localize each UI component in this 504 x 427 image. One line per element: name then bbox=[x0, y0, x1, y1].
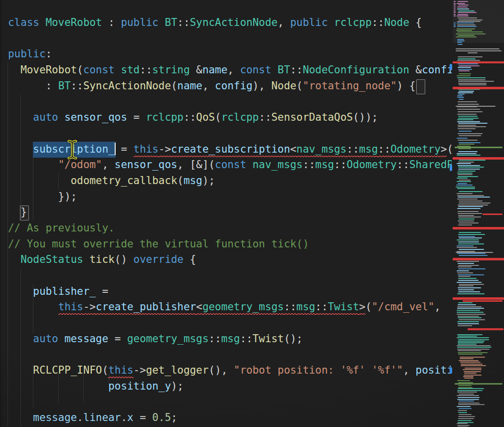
minimap-line bbox=[459, 249, 484, 250]
minimap-line bbox=[456, 30, 472, 31]
minimap-highlight-bar bbox=[456, 50, 502, 51]
code-line[interactable]: : BT::SyncActionNode(name, config), Node… bbox=[8, 78, 452, 94]
minimap-selection-marker bbox=[450, 64, 452, 70]
code-token bbox=[8, 380, 108, 392]
minimap-line bbox=[454, 8, 456, 9]
code-line[interactable]: }); bbox=[8, 189, 452, 205]
code-line[interactable]: position_y); bbox=[8, 379, 452, 395]
code-line[interactable]: // As previously. bbox=[8, 220, 452, 236]
code-line[interactable]: RCLCPP_INFO(this->get_logger(), "robot p… bbox=[8, 363, 452, 379]
minimap-line bbox=[454, 1, 456, 2]
minimap-line bbox=[457, 15, 469, 16]
code-line[interactable] bbox=[8, 31, 452, 47]
minimap-line bbox=[457, 119, 474, 120]
minimap-line bbox=[457, 282, 482, 283]
minimap-line bbox=[458, 128, 476, 129]
minimap-line bbox=[458, 123, 488, 124]
minimap-line bbox=[458, 323, 479, 324]
code-token: :: bbox=[284, 301, 296, 313]
code-line[interactable]: this->create_publisher<geometry_msgs::ms… bbox=[8, 299, 452, 315]
code-line[interactable]: // You must override the virtual functio… bbox=[8, 236, 452, 252]
minimap-highlight-bar bbox=[456, 48, 500, 49]
minimap-line bbox=[458, 148, 471, 149]
code-token: public bbox=[8, 48, 45, 60]
minimap-line bbox=[459, 218, 475, 219]
code-line[interactable]: MoveRobot(const std::string &name, const… bbox=[8, 62, 452, 78]
code-line[interactable]: auto message = geometry_msgs::msg::Twist… bbox=[8, 331, 452, 347]
code-token: . bbox=[77, 412, 83, 424]
code-token: BT bbox=[58, 80, 71, 92]
minimap-line bbox=[458, 205, 488, 206]
minimap-line bbox=[457, 153, 477, 154]
code-line[interactable] bbox=[8, 347, 452, 363]
minimap-line bbox=[457, 28, 475, 29]
code-token: public bbox=[121, 16, 158, 28]
code-token: :: bbox=[259, 111, 271, 123]
minimap-line bbox=[458, 241, 479, 242]
code-line[interactable]: publisher_ = bbox=[8, 284, 452, 300]
code-line[interactable] bbox=[8, 268, 452, 284]
code-line[interactable] bbox=[8, 94, 452, 110]
minimap-line bbox=[458, 243, 484, 244]
minimap-line bbox=[457, 399, 479, 400]
minimap-line bbox=[458, 81, 494, 82]
code-line[interactable]: auto sensor_qos = rclcpp::QoS(rclcpp::Se… bbox=[8, 110, 452, 126]
code-token: SharedPtr bbox=[409, 159, 452, 171]
code-token: < bbox=[290, 143, 297, 155]
code-token: name bbox=[202, 64, 227, 76]
code-line[interactable]: message.linear.x = 0.5; bbox=[8, 410, 452, 426]
code-line[interactable] bbox=[8, 395, 452, 411]
minimap-line bbox=[458, 350, 481, 351]
minimap-line bbox=[459, 394, 474, 395]
minimap-line bbox=[457, 75, 471, 76]
minimap-highlight-bar bbox=[453, 61, 504, 63]
code-token: message bbox=[33, 412, 77, 424]
code-token: ), bbox=[253, 80, 272, 92]
code-token: ()); bbox=[353, 111, 378, 123]
code-line[interactable]: odometry_callback(msg); bbox=[8, 173, 452, 189]
code-token: : bbox=[45, 48, 52, 60]
minimap-highlight-bar bbox=[456, 106, 496, 107]
code-token bbox=[83, 253, 90, 265]
minimap-line bbox=[459, 91, 474, 92]
minimap-line bbox=[457, 245, 474, 246]
minimap-line bbox=[458, 236, 475, 237]
minimap-line bbox=[458, 44, 463, 45]
minimap-line bbox=[464, 375, 482, 376]
minimap-line bbox=[457, 42, 462, 43]
code-line[interactable]: } bbox=[8, 205, 452, 220]
code-token bbox=[8, 253, 20, 265]
code-token: = bbox=[96, 285, 108, 297]
minimap-line bbox=[459, 99, 464, 100]
code-token: :: bbox=[177, 16, 190, 28]
code-token: < bbox=[196, 301, 202, 313]
code-token: public bbox=[290, 16, 328, 28]
code-line[interactable]: class MoveRobot : public BT::SyncActionN… bbox=[8, 15, 452, 31]
code-line[interactable]: NodeStatus tick() override { bbox=[8, 252, 452, 268]
minimap-line bbox=[458, 265, 479, 266]
code-token: -> bbox=[83, 301, 96, 313]
minimap-line bbox=[457, 40, 465, 41]
minimap-line bbox=[458, 118, 479, 119]
code-editor[interactable]: class MoveRobot : public BT::SyncActionN… bbox=[0, 0, 452, 427]
minimap-line bbox=[459, 408, 472, 409]
minimap-line bbox=[457, 60, 480, 61]
minimap-line bbox=[457, 321, 479, 322]
code-token: MoveRobot bbox=[20, 64, 77, 76]
minimap-line bbox=[454, 3, 456, 4]
minimap[interactable] bbox=[453, 0, 504, 427]
minimap-line bbox=[458, 339, 489, 340]
minimap-highlight-bar bbox=[455, 383, 503, 385]
code-token: > bbox=[359, 301, 365, 313]
minimap-line bbox=[458, 418, 474, 419]
minimap-selection-marker bbox=[450, 367, 452, 374]
code-area[interactable]: class MoveRobot : public BT::SyncActionN… bbox=[8, 15, 452, 426]
code-line[interactable]: public: bbox=[8, 46, 452, 62]
code-token: = bbox=[134, 412, 153, 424]
code-token: :: bbox=[71, 80, 83, 92]
code-line[interactable] bbox=[8, 315, 452, 331]
minimap-line bbox=[458, 344, 477, 345]
code-token bbox=[39, 16, 46, 28]
code-token: Node bbox=[384, 16, 409, 28]
minimap-line bbox=[458, 125, 476, 126]
